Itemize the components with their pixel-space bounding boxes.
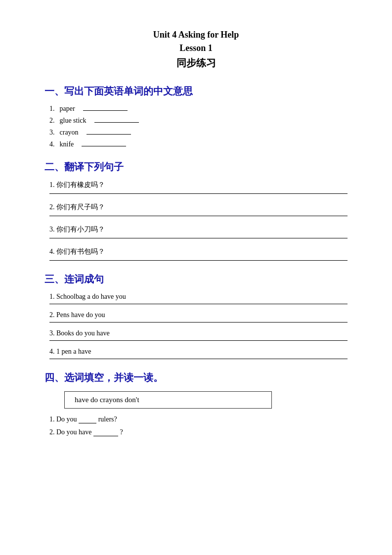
- item-number: 4.: [49, 248, 55, 255]
- section-4-title: 四、选词填空，并读一读。: [44, 371, 348, 384]
- answer-line: [49, 340, 348, 341]
- item-text: 你们有橡皮吗？: [56, 181, 105, 188]
- answer-blank: [87, 134, 131, 135]
- item-text: 你们有小刀吗？: [56, 226, 105, 233]
- item-text: 你们有书包吗？: [56, 248, 105, 255]
- list-item: 3. 你们有小刀吗？: [49, 225, 348, 234]
- section-3: 三、连词成句 1. Schoolbag a do have you 2. Pen…: [44, 273, 348, 359]
- item-number: 1.: [49, 181, 55, 188]
- answer-line: [49, 322, 348, 323]
- lesson-title: Lesson 1: [44, 43, 348, 53]
- item-text-before: Do you: [56, 416, 77, 423]
- item-number: 3.: [49, 226, 55, 233]
- fill-blank: [79, 423, 96, 423]
- answer-blank: [83, 110, 128, 111]
- item-text-after: rulers?: [98, 416, 117, 423]
- item-number: 4.: [49, 348, 55, 355]
- item-number: 1.: [49, 416, 55, 423]
- item-number: 2.: [49, 203, 55, 211]
- item-word: glue stick: [60, 117, 87, 125]
- item-word: crayon: [60, 129, 79, 137]
- subtitle: 同步练习: [44, 56, 348, 70]
- item-number: 3.: [49, 129, 55, 137]
- list-item: 3. Books do you have: [49, 329, 348, 337]
- item-number: 2.: [49, 311, 55, 319]
- word-order-list: 1. Schoolbag a do have you 2. Pens have …: [49, 293, 348, 359]
- item-word: knife: [60, 140, 74, 148]
- section-2: 二、翻译下列句子 1. 你们有橡皮吗？ 2. 你们有尺子吗？ 3. 你们有小刀吗…: [44, 160, 348, 261]
- answer-line: [49, 238, 348, 238]
- unit-title: Unit 4 Asking for Help: [44, 30, 348, 40]
- answer-line: [49, 216, 348, 216]
- section-3-title: 三、连词成句: [44, 273, 348, 286]
- item-number: 1.: [49, 293, 55, 300]
- answer-line: [49, 260, 348, 261]
- item-number: 2.: [49, 428, 55, 436]
- list-item: 2. Pens have do you: [49, 311, 348, 319]
- section-1: 一、写出下面英语单词的中文意思 1. paper 2. glue stick 3…: [44, 85, 348, 148]
- item-number: 4.: [49, 140, 55, 148]
- answer-line: [49, 193, 348, 194]
- list-item: 1. paper: [49, 105, 348, 113]
- list-item: 3. crayon: [49, 129, 348, 137]
- answer-blank: [94, 122, 139, 123]
- list-item: 2. glue stick: [49, 117, 348, 125]
- item-words: Schoolbag a do have you: [56, 293, 126, 300]
- section-1-title: 一、写出下面英语单词的中文意思: [44, 85, 348, 98]
- item-text-before: Do you have: [56, 428, 92, 436]
- item-word: paper: [60, 105, 75, 113]
- item-text: 你们有尺子吗？: [56, 203, 105, 211]
- item-number: 1.: [49, 105, 55, 113]
- translation-list: 1. 你们有橡皮吗？ 2. 你们有尺子吗？ 3. 你们有小刀吗？ 4. 你们有书…: [49, 181, 348, 261]
- list-item: 4. 你们有书包吗？: [49, 247, 348, 256]
- word-box: have do crayons don't: [64, 391, 272, 409]
- list-item: 2. Do you have ?: [49, 428, 348, 436]
- item-words: Books do you have: [56, 329, 110, 337]
- item-number: 2.: [49, 117, 55, 125]
- item-words: Pens have do you: [56, 311, 105, 319]
- fill-blank: [93, 436, 118, 436]
- section-4: 四、选词填空，并读一读。 have do crayons don't 1. Do…: [44, 371, 348, 436]
- list-item: 1. Schoolbag a do have you: [49, 293, 348, 301]
- list-item: 4. knife: [49, 140, 348, 148]
- answer-line: [49, 304, 348, 304]
- page-header: Unit 4 Asking for Help Lesson 1 同步练习: [44, 30, 348, 70]
- item-words: 1 pen a have: [56, 348, 91, 355]
- answer-line: [49, 359, 348, 359]
- answer-blank: [82, 146, 126, 146]
- item-number: 3.: [49, 329, 55, 337]
- list-item: 4. 1 pen a have: [49, 348, 348, 356]
- fill-blank-list: 1. Do you rulers? 2. Do you have ?: [49, 416, 348, 436]
- vocab-list: 1. paper 2. glue stick 3. crayon 4. knif…: [49, 105, 348, 148]
- section-2-title: 二、翻译下列句子: [44, 160, 348, 174]
- list-item: 1. 你们有橡皮吗？: [49, 181, 348, 189]
- item-text-after: ?: [120, 428, 123, 436]
- list-item: 1. Do you rulers?: [49, 416, 348, 423]
- list-item: 2. 你们有尺子吗？: [49, 203, 348, 212]
